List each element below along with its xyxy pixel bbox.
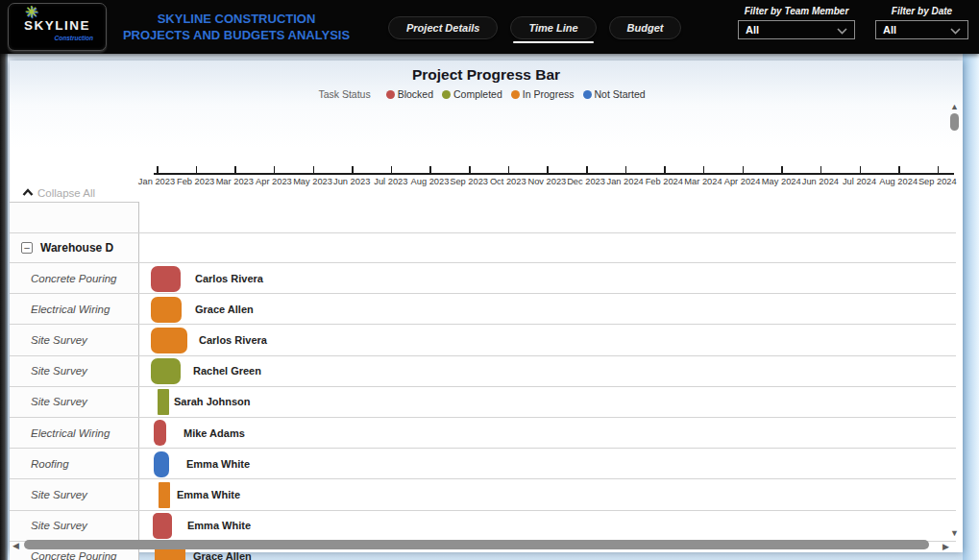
assignee-label: Sarah Johnson (174, 387, 250, 417)
axis-tick (391, 166, 393, 173)
axis-tick (664, 166, 666, 173)
filter-selected-value: All (883, 24, 896, 36)
legend-dot-icon (442, 90, 451, 99)
nav-tabs: Project DetailsTime LineBudget (388, 16, 681, 39)
gantt-bar-blocked[interactable] (154, 420, 166, 446)
task-name-cell: Electrical Wiring (10, 294, 139, 324)
filter-label: Filter by Date (892, 6, 952, 16)
gantt-bar-not-started[interactable] (154, 451, 169, 477)
scroll-up-arrow[interactable]: ▲ (950, 103, 959, 111)
task-name-cell: Site Survey (10, 387, 139, 417)
scroll-left-arrow[interactable]: ◀ (12, 542, 19, 550)
axis-tick (898, 166, 900, 173)
horizontal-scroll-thumb[interactable] (24, 540, 929, 549)
gantt-bar-blocked[interactable] (151, 266, 181, 292)
axis-tick (781, 166, 783, 173)
group-row-warehouse-d[interactable]: – Warehouse D (10, 233, 956, 263)
assignee-label: Grace Allen (195, 294, 254, 324)
legend-item-completed: Completed (442, 88, 502, 100)
task-name-cell: Roofing (10, 449, 139, 478)
axis-month-label: Sep 2024 (915, 177, 961, 186)
axis-line (154, 173, 954, 175)
task-name-cell: Site Survey (10, 511, 139, 541)
filter-dropdown-filter-by-date[interactable]: All (875, 20, 968, 39)
axis-tick (352, 166, 354, 173)
app-title-line1: SKYLINE CONSTRUCTION (111, 11, 361, 27)
task-timeline-cell: Carlos Rivera (139, 325, 956, 354)
gantt-bar-blocked[interactable] (153, 513, 172, 539)
page-background: Project Progress Bar Task Status Blocked… (0, 54, 979, 560)
group-cell: – Warehouse D (10, 233, 139, 262)
gantt-bar-in-progress[interactable] (159, 482, 170, 508)
filter-label: Filter by Team Member (745, 6, 849, 16)
task-name-label: Concrete Pouring (10, 550, 117, 560)
legend-item-not-started: Not Started (583, 88, 646, 100)
task-name-label: Concrete Pouring (10, 273, 117, 284)
app-title-line2: PROJECTS AND BUDGETS ANALYSIS (111, 27, 361, 43)
legend-title: Task Status (318, 88, 370, 100)
vertical-scroll-thumb[interactable] (950, 113, 959, 131)
collapse-group-icon[interactable]: – (21, 242, 33, 254)
assignee-label: Rachel Green (193, 356, 261, 386)
assignee-label: Emma White (177, 479, 240, 509)
task-row: Electrical WiringGrace Allen (10, 294, 956, 325)
collapse-all-button[interactable]: Collapse All (22, 185, 95, 200)
assignee-label: Emma White (187, 511, 251, 541)
dashboard-screen: { "header": { "logo": { "brand": "SKYLIN… (0, 0, 979, 560)
task-name-cell: Site Survey (10, 325, 139, 354)
task-timeline-cell: Carlos Rivera (139, 263, 956, 293)
legend-label: In Progress (523, 88, 575, 100)
axis-tick (743, 166, 745, 173)
scroll-down-arrow[interactable]: ▼ (950, 529, 959, 538)
logo-sub-text: Construction (55, 35, 93, 41)
task-row: Concrete PouringCarlos Rivera (10, 263, 956, 294)
gantt-bar-in-progress[interactable] (151, 297, 182, 323)
minus-glyph: – (24, 243, 30, 253)
axis-tick (547, 166, 549, 173)
axis-tick (429, 166, 431, 173)
assignee-label: Mike Adams (184, 418, 245, 448)
scroll-right-arrow[interactable]: ▶ (942, 543, 949, 551)
axis-tick (586, 166, 588, 173)
axis-tick (820, 166, 822, 173)
legend-label: Blocked (398, 88, 433, 100)
filter-dropdown-filter-by-team-member[interactable]: All (738, 20, 855, 39)
task-name-label: Site Survey (10, 334, 87, 346)
tab-project-details[interactable]: Project Details (388, 16, 498, 39)
gantt-grid: – Warehouse D Concrete PouringCarlos Riv… (10, 202, 956, 560)
task-row: RoofingEmma White (10, 449, 956, 479)
chevron-down-icon (950, 21, 961, 38)
filter-bar: Filter by Team MemberAllFilter by DateAl… (738, 6, 968, 39)
grid-header-time-cell (139, 202, 956, 232)
filter-selected-value: All (746, 24, 759, 36)
group-timeline-cell (139, 233, 956, 262)
grid-header-row (10, 202, 956, 233)
task-name-label: Roofing (10, 458, 69, 470)
task-row: Site SurveyCarlos Rivera (10, 325, 956, 355)
axis-tick (274, 166, 276, 173)
group-label: Warehouse D (40, 241, 113, 255)
gantt-bar-completed[interactable] (151, 358, 181, 384)
legend: Task Status BlockedCompletedIn ProgressN… (10, 88, 963, 100)
right-edge-band (963, 54, 979, 560)
axis-tick (508, 166, 510, 173)
gantt-bar-completed[interactable] (158, 389, 169, 415)
task-name-label: Site Survey (10, 520, 87, 531)
tab-time-line[interactable]: Time Line (510, 16, 596, 39)
axis-tick (469, 166, 471, 173)
gantt-bar-in-progress[interactable] (151, 328, 187, 353)
task-row: Site SurveyEmma White (10, 511, 956, 542)
axis-tick (625, 166, 627, 173)
tab-budget[interactable]: Budget (609, 16, 682, 39)
task-rows: Concrete PouringCarlos RiveraElectrical … (10, 263, 956, 560)
app-header: ✳ SKYLINE Construction SKYLINE CONSTRUCT… (0, 0, 979, 54)
gantt-panel: Project Progress Bar Task Status Blocked… (10, 61, 963, 552)
task-timeline-cell: Grace Allen (139, 294, 956, 324)
task-name-label: Electrical Wiring (10, 304, 110, 315)
legend-label: Completed (453, 88, 502, 100)
legend-item-in-progress: In Progress (511, 88, 575, 100)
assignee-label: Emma White (186, 449, 250, 478)
filter-filter-by-team-member: Filter by Team MemberAll (738, 6, 855, 39)
task-name-label: Site Survey (10, 365, 87, 377)
task-name-cell: Concrete Pouring (10, 263, 139, 293)
